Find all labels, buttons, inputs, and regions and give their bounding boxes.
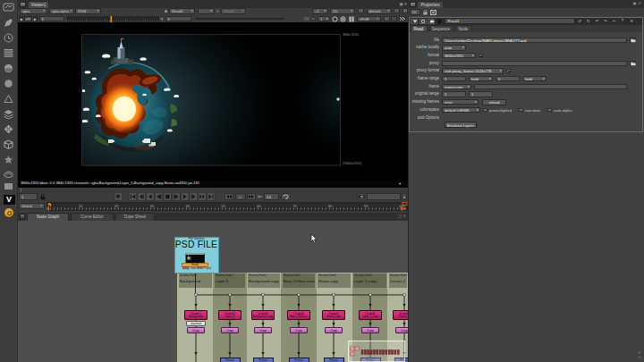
svg-text:70: 70: [292, 204, 297, 208]
svg-text:30: 30: [150, 204, 155, 208]
svg-text:60: 60: [257, 204, 261, 208]
svg-text:50: 50: [221, 204, 225, 208]
svg-text:40: 40: [185, 204, 190, 208]
svg-text:1: 1: [47, 206, 50, 211]
svg-text:90: 90: [364, 204, 369, 208]
svg-text:80: 80: [328, 204, 333, 208]
svg-text:10: 10: [79, 204, 83, 208]
svg-text:20: 20: [114, 204, 119, 208]
